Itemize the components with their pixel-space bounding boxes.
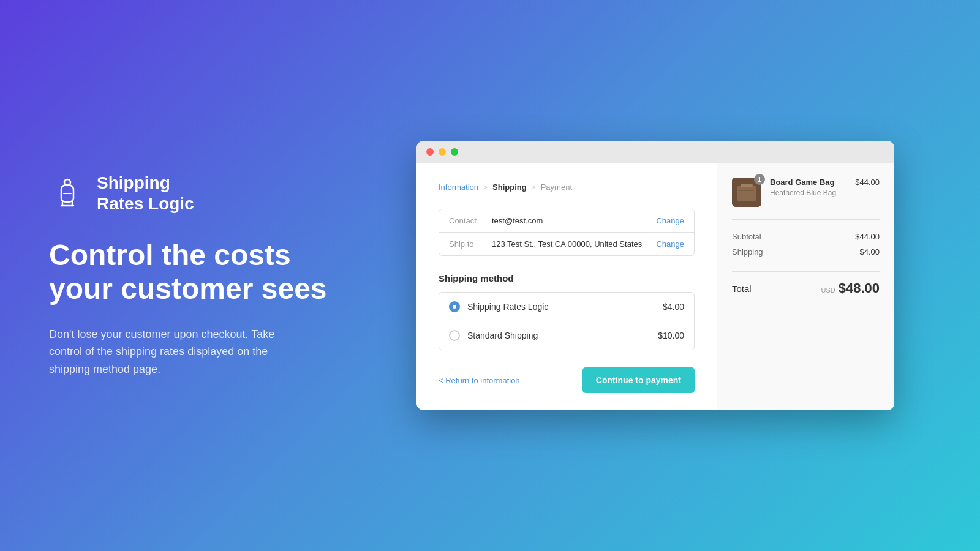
- breadcrumb: Information > Shipping > Payment: [439, 182, 695, 192]
- ship-to-row: Ship to 123 Test St., Test CA 00000, Uni…: [439, 233, 694, 255]
- contact-change-button[interactable]: Change: [656, 216, 684, 225]
- radio-srl[interactable]: [449, 301, 460, 312]
- shipping-label: Shipping: [732, 247, 763, 257]
- return-to-information-link[interactable]: < Return to information: [439, 376, 520, 385]
- shipping-method-title: Shipping method: [439, 273, 695, 283]
- subtotal-value: $44.00: [855, 232, 880, 241]
- browser-window: Information > Shipping > Payment Contact…: [417, 141, 894, 410]
- total-line: Total USD $48.00: [732, 271, 880, 296]
- breadcrumb-sep-1: >: [483, 183, 488, 192]
- shipping-value: $4.00: [859, 247, 880, 257]
- product-badge: 1: [754, 174, 765, 185]
- browser-content: Information > Shipping > Payment Contact…: [417, 163, 894, 410]
- ship-to-label: Ship to: [449, 239, 492, 249]
- product-name: Board Game Bag: [770, 178, 846, 187]
- subtext: Don't lose your customer upon checkout. …: [49, 326, 306, 378]
- breadcrumb-shipping: Shipping: [492, 182, 527, 192]
- ship-to-change-button[interactable]: Change: [656, 239, 684, 249]
- breadcrumb-payment: Payment: [541, 182, 572, 192]
- shipping-line: Shipping $4.00: [732, 247, 880, 257]
- option-name-srl: Shipping Rates Logic: [467, 302, 663, 312]
- shipping-option-srl[interactable]: Shipping Rates Logic $4.00: [439, 293, 694, 321]
- headline: Control the costs your customer sees: [49, 238, 368, 305]
- breadcrumb-information: Information: [439, 182, 478, 192]
- svg-rect-8: [739, 190, 754, 191]
- contact-value: test@test.com: [492, 216, 656, 225]
- product-price: $44.00: [855, 178, 880, 187]
- option-price-standard: $10.00: [658, 331, 684, 340]
- left-panel: Shipping Rates Logic Control the costs y…: [49, 173, 368, 378]
- logo-text: Shipping Rates Logic: [97, 173, 194, 214]
- contact-label: Contact: [449, 216, 492, 225]
- shipping-options: Shipping Rates Logic $4.00 Standard Ship…: [439, 292, 695, 350]
- option-name-standard: Standard Shipping: [467, 331, 658, 340]
- product-image-wrap: 1: [732, 178, 761, 207]
- total-value-wrap: USD $48.00: [821, 280, 880, 296]
- ship-to-value: 123 Test St., Test CA 00000, United Stat…: [492, 239, 656, 249]
- radio-standard[interactable]: [449, 330, 460, 341]
- traffic-light-yellow[interactable]: [439, 148, 446, 156]
- order-summary-panel: 1 Board Game Bag Heathered Blue Bag $44.…: [717, 163, 894, 410]
- svg-rect-6: [737, 186, 756, 201]
- checkout-actions: < Return to information Continue to paym…: [439, 367, 695, 393]
- browser-titlebar: [417, 141, 894, 163]
- total-currency: USD: [821, 287, 835, 294]
- subtotal-label: Subtotal: [732, 232, 761, 241]
- option-price-srl: $4.00: [663, 302, 684, 312]
- shipping-option-standard[interactable]: Standard Shipping $10.00: [439, 321, 694, 350]
- breadcrumb-sep-2: >: [532, 183, 536, 192]
- traffic-light-green[interactable]: [451, 148, 458, 156]
- svg-rect-7: [741, 184, 753, 187]
- product-variant: Heathered Blue Bag: [770, 189, 846, 197]
- logo-icon: [49, 175, 86, 212]
- subtotal-line: Subtotal $44.00: [732, 232, 880, 241]
- product-info: Board Game Bag Heathered Blue Bag: [770, 178, 846, 197]
- traffic-light-red[interactable]: [426, 148, 434, 156]
- info-table: Contact test@test.com Change Ship to 123…: [439, 209, 695, 256]
- total-label: Total: [732, 283, 752, 294]
- product-row: 1 Board Game Bag Heathered Blue Bag $44.…: [732, 178, 880, 220]
- checkout-panel: Information > Shipping > Payment Contact…: [417, 163, 717, 410]
- contact-row: Contact test@test.com Change: [439, 209, 694, 233]
- continue-to-payment-button[interactable]: Continue to payment: [582, 367, 695, 393]
- logo-area: Shipping Rates Logic: [49, 173, 368, 214]
- total-amount: $48.00: [839, 280, 880, 296]
